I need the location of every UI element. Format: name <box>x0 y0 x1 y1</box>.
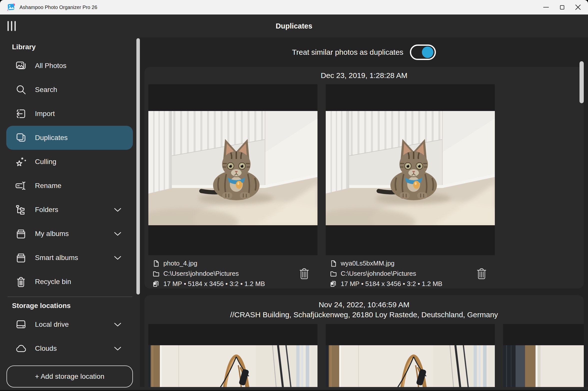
cat-photo-image <box>148 111 317 225</box>
photo-meta: wya0Ls5bxMM.jpg C:\Users\johndoe\Picture… <box>326 258 495 288</box>
sidebar-item-duplicates[interactable]: Duplicates <box>6 126 133 150</box>
sidebar-item-rename[interactable]: Rename <box>6 174 133 198</box>
sidebar-item-folders[interactable]: Folders <box>6 198 133 222</box>
minimize-icon <box>543 7 549 8</box>
cloud-icon <box>15 342 27 354</box>
chandelier-photo-image <box>503 345 584 387</box>
photo-tile[interactable] <box>503 324 584 387</box>
duplicate-group: Dec 23, 2019, 1:28:28 AM <box>144 67 584 288</box>
sidebar-item-label: Search <box>35 86 57 94</box>
sidebar-item-import[interactable]: Import <box>6 102 133 126</box>
trash-icon <box>299 267 309 280</box>
maximize-button[interactable] <box>554 0 570 14</box>
sidebar-item-label: Local drive <box>35 320 69 328</box>
search-icon <box>15 84 27 96</box>
photo-tile[interactable] <box>326 324 495 387</box>
star-sparkle-icon <box>15 156 27 168</box>
sidebar-scrollbar[interactable] <box>136 38 140 294</box>
window-controls <box>538 0 586 14</box>
chevron-down-icon[interactable] <box>114 322 121 327</box>
cat-photo-image <box>326 111 495 225</box>
toggle-label: Treat similar photos as duplicates <box>292 48 403 56</box>
delete-photo-button[interactable] <box>298 267 310 281</box>
sidebar-item-my-albums[interactable]: My albums <box>6 222 133 246</box>
library-list: All Photos Search <box>0 54 140 294</box>
page-title: Duplicates <box>276 22 312 30</box>
sidebar-item-label: Clouds <box>35 344 57 352</box>
trash-icon <box>15 276 27 288</box>
copies-icon <box>152 280 160 288</box>
duplicate-card <box>326 324 495 387</box>
duplicate-card: photo_4.jpg C:\Users\johndoe\Pictures 17… <box>148 84 317 288</box>
add-storage-location-button[interactable]: + Add storage location <box>6 366 133 388</box>
titlebar: Ashampoo Photo Organizer Pro 26 <box>0 0 588 14</box>
sidebar-item-local-drive[interactable]: Local drive <box>6 312 133 336</box>
similar-toggle[interactable] <box>410 44 436 60</box>
photo-path: C:\Users\johndoe\Pictures <box>163 270 239 278</box>
toggle-row: Treat similar photos as duplicates <box>140 38 588 67</box>
sidebar-item-clouds[interactable]: Clouds <box>6 336 133 360</box>
chevron-down-icon[interactable] <box>114 232 121 236</box>
chevron-down-icon[interactable] <box>114 256 121 260</box>
trash-icon <box>476 267 487 280</box>
sidebar-item-label: My albums <box>35 230 69 238</box>
sidebar-item-label: Duplicates <box>35 134 68 142</box>
sidebar-item-label: Rename <box>35 182 61 190</box>
folder-icon <box>330 270 337 278</box>
sidebar: Library All Photos <box>0 38 140 391</box>
sidebar-item-culling[interactable]: Culling <box>6 150 133 174</box>
header-strip: Duplicates <box>0 14 588 38</box>
minimize-button[interactable] <box>538 0 554 14</box>
sidebar-item-label: All Photos <box>35 62 66 70</box>
close-icon <box>575 4 581 10</box>
photo-tile[interactable] <box>148 324 317 387</box>
sidebar-item-all-photos[interactable]: All Photos <box>6 54 133 78</box>
group-title: Nov 24, 2022, 10:46:59 AM <box>144 295 584 309</box>
sidebar-item-recycle-bin[interactable]: Recycle bin <box>6 270 133 294</box>
sidebar-item-smart-albums[interactable]: Smart albums <box>6 246 133 270</box>
app-logo-icon <box>6 3 15 12</box>
copies-icon <box>330 280 337 288</box>
sidebar-item-label: Import <box>35 110 55 118</box>
photo-info: 17 MP • 5184 x 3456 • 3:2 • 1.2 MB <box>341 280 442 288</box>
sidebar-item-search[interactable]: Search <box>6 78 133 102</box>
maximize-icon <box>560 5 564 10</box>
folder-tree-icon <box>15 204 27 216</box>
duplicates-icon <box>15 132 27 144</box>
chevron-down-icon[interactable] <box>114 208 121 212</box>
album-box-icon <box>15 252 27 264</box>
sidebar-item-label: Smart albums <box>35 254 78 262</box>
file-icon <box>152 260 160 267</box>
photo-tile[interactable] <box>148 84 317 255</box>
sidebar-item-label: Recycle bin <box>35 278 71 286</box>
storage-section-label: Storage locations <box>12 302 140 310</box>
sidebar-item-label: Culling <box>35 158 56 166</box>
photo-info: 17 MP • 5184 x 3456 • 3:2 • 1.2 MB <box>163 280 265 288</box>
group-title: Dec 23, 2019, 1:28:28 AM <box>144 67 584 80</box>
duplicates-panel: Treat similar photos as duplicates Dec 2… <box>140 38 588 387</box>
duplicate-card <box>503 324 584 387</box>
photo-filename: photo_4.jpg <box>163 260 197 267</box>
main-scrollbar[interactable] <box>580 61 584 103</box>
import-icon <box>15 108 27 120</box>
duplicate-card <box>148 324 317 387</box>
photo-tile[interactable] <box>326 84 495 255</box>
chandelier-photo-image <box>326 345 495 387</box>
folder-icon <box>152 270 160 278</box>
hard-drive-icon <box>15 318 27 330</box>
app-window: Ashampoo Photo Organizer Pro 26 Duplicat… <box>0 0 588 391</box>
chevron-down-icon[interactable] <box>114 346 121 351</box>
menu-icon[interactable] <box>7 21 16 31</box>
album-box-icon <box>15 228 27 240</box>
rename-icon <box>15 180 27 192</box>
group-location: //CRASH Building, Schafjückenweg, 26180 … <box>144 310 584 319</box>
photo-filename: wya0Ls5bxMM.jpg <box>341 260 394 267</box>
photo-path: C:\Users\johndoe\Pictures <box>341 270 416 278</box>
duplicate-group: Nov 24, 2022, 10:46:59 AM //CRASH Buildi… <box>144 295 584 387</box>
delete-photo-button[interactable] <box>476 267 487 281</box>
library-section-label: Library <box>12 43 140 51</box>
window-title: Ashampoo Photo Organizer Pro 26 <box>19 4 97 10</box>
photo-meta: photo_4.jpg C:\Users\johndoe\Pictures 17… <box>148 258 317 288</box>
photos-icon <box>15 60 27 72</box>
close-button[interactable] <box>570 0 586 14</box>
